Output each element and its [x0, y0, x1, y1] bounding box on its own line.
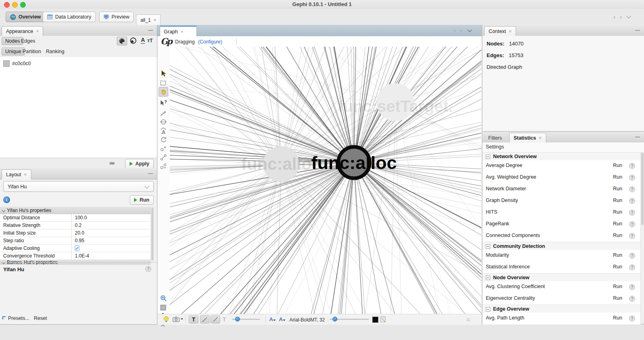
- close-icon[interactable]: ×: [24, 173, 27, 177]
- slider-knob[interactable]: [332, 317, 337, 321]
- show-node-labels-button[interactable]: T: [189, 315, 198, 324]
- property-value[interactable]: 100.0: [72, 214, 151, 221]
- stats-section-community-detection[interactable]: − Community Detection: [483, 242, 641, 251]
- partition-tab[interactable]: Partition: [23, 49, 41, 54]
- info-icon[interactable]: i: [3, 196, 10, 203]
- help-icon[interactable]: ?: [629, 264, 635, 270]
- scroll-left-icon[interactable]: ‹: [454, 27, 456, 33]
- property-row[interactable]: Relative Strength 0.2: [0, 222, 151, 229]
- run-button[interactable]: Run: [613, 233, 622, 238]
- edge-weight-slider[interactable]: [232, 319, 260, 320]
- property-value[interactable]: 0.95: [72, 237, 151, 244]
- run-button[interactable]: Run: [613, 252, 622, 258]
- run-button[interactable]: Run: [613, 186, 622, 192]
- splines-icon[interactable]: [109, 162, 115, 165]
- lightbulb-icon[interactable]: [163, 316, 169, 323]
- property-row[interactable]: Step ratio 0.95: [0, 237, 151, 245]
- table-scrollbar[interactable]: [151, 207, 154, 262]
- help-icon[interactable]: ?: [145, 266, 151, 272]
- run-button[interactable]: Run: [613, 295, 622, 301]
- run-button[interactable]: Run: [613, 315, 622, 321]
- label-size-mode-button[interactable]: тT: [147, 38, 153, 43]
- overview-button[interactable]: Overview: [6, 12, 45, 22]
- slider-knob[interactable]: [235, 317, 240, 321]
- layout-run-button[interactable]: Run: [130, 195, 154, 205]
- label-color-mode-button[interactable]: A: [141, 37, 145, 44]
- help-icon[interactable]: ?: [629, 315, 635, 321]
- layout-tab[interactable]: Layout ×: [2, 169, 31, 179]
- help-icon[interactable]: ?: [629, 233, 635, 239]
- close-icon[interactable]: ×: [509, 29, 512, 33]
- graph-tab[interactable]: Graph ×: [160, 26, 197, 37]
- heatmap-tool-icon[interactable]: [160, 163, 167, 170]
- settings-button[interactable]: Settings: [486, 144, 504, 150]
- appearance-tab[interactable]: Appearance ×: [2, 26, 43, 36]
- help-icon[interactable]: ?: [629, 186, 635, 192]
- scroll-right-icon[interactable]: ›: [460, 27, 462, 33]
- help-icon[interactable]: ?: [629, 210, 635, 216]
- data-laboratory-button[interactable]: Data Laboratory: [43, 12, 96, 22]
- configure-link[interactable]: (Configure): [198, 39, 222, 45]
- increase-font-button[interactable]: A: [279, 316, 285, 322]
- unique-tab[interactable]: Unique: [2, 47, 25, 56]
- preview-button[interactable]: Preview: [99, 12, 134, 22]
- unique-color-swatch[interactable]: [3, 60, 10, 67]
- help-icon[interactable]: ?: [629, 198, 635, 204]
- shortest-path-tool-icon[interactable]: [160, 136, 167, 143]
- drag-tool-selected[interactable]: [159, 87, 168, 97]
- minimize-icon[interactable]: —: [148, 27, 153, 33]
- chevron-down-icon[interactable]: [626, 14, 631, 18]
- collapse-box-icon[interactable]: −: [486, 155, 490, 159]
- close-icon[interactable]: ×: [36, 29, 39, 33]
- close-icon[interactable]: ×: [181, 30, 184, 34]
- context-tab[interactable]: Context ×: [484, 26, 516, 36]
- close-icon[interactable]: ×: [153, 18, 156, 22]
- collapse-box-icon[interactable]: −: [486, 244, 490, 249]
- sizer-tool-icon[interactable]: [160, 118, 167, 126]
- help-icon[interactable]: ?: [629, 253, 635, 259]
- statistics-tab[interactable]: Statistics ×: [509, 133, 546, 143]
- property-value[interactable]: 20.0: [72, 229, 151, 237]
- collapse-box-icon[interactable]: −: [486, 307, 490, 311]
- screenshot-camera-icon[interactable]: [173, 317, 180, 322]
- run-button[interactable]: Run: [613, 174, 622, 180]
- run-button[interactable]: Run: [613, 163, 622, 168]
- property-row[interactable]: Convergence Threshold 1.0E-4: [0, 252, 151, 260]
- run-button[interactable]: Run: [613, 264, 622, 270]
- stats-section-edge-overview[interactable]: − Edge Overview: [483, 305, 641, 313]
- camera-dropdown-caret[interactable]: [181, 318, 183, 320]
- chevron-down-icon[interactable]: [467, 27, 472, 32]
- background-color-icon[interactable]: [160, 304, 167, 311]
- property-row[interactable]: Adaptive Cooling ✓: [0, 245, 151, 252]
- help-icon[interactable]: ?: [629, 284, 635, 290]
- help-icon[interactable]: ?: [629, 163, 635, 169]
- show-edges-button[interactable]: [200, 315, 210, 324]
- help-icon[interactable]: ?: [629, 221, 635, 227]
- edges-tab[interactable]: Edges: [21, 38, 35, 44]
- edit-tool-icon[interactable]: ?: [160, 100, 167, 107]
- properties-group-header[interactable]: Yifan Hu's properties: [0, 207, 151, 214]
- run-button[interactable]: Run: [613, 284, 622, 289]
- decrease-font-button[interactable]: A: [269, 316, 276, 322]
- layout-algorithm-select[interactable]: Yifan Hu: [3, 181, 154, 192]
- filters-tab[interactable]: Filters: [484, 133, 506, 143]
- help-icon[interactable]: ?: [629, 175, 635, 181]
- edge-color-mode-button[interactable]: [211, 315, 220, 324]
- minimize-icon[interactable]: —: [148, 171, 153, 176]
- label-color-swatch[interactable]: [372, 317, 378, 323]
- run-button[interactable]: Run: [613, 209, 622, 215]
- scroll-right-icon[interactable]: ›: [620, 13, 622, 20]
- run-button[interactable]: Run: [613, 221, 622, 227]
- center-graph-icon[interactable]: [160, 295, 167, 302]
- help-icon[interactable]: ?: [629, 296, 635, 302]
- workspace-tab[interactable]: all_1 ×: [136, 14, 161, 25]
- font-label[interactable]: Arial-BoldMT, 32: [289, 317, 325, 323]
- stats-section-node-overview[interactable]: − Node Overview: [483, 273, 641, 282]
- node-pencil-tool-icon[interactable]: [160, 145, 167, 152]
- nodes-tab[interactable]: Nodes: [2, 37, 23, 45]
- statistics-scrollbar[interactable]: [640, 152, 644, 324]
- label-attributes-icon[interactable]: [380, 316, 386, 323]
- direct-selection-tool-icon[interactable]: [160, 70, 167, 77]
- color-mode-button[interactable]: [117, 37, 127, 45]
- edge-pencil-tool-icon[interactable]: [160, 154, 167, 161]
